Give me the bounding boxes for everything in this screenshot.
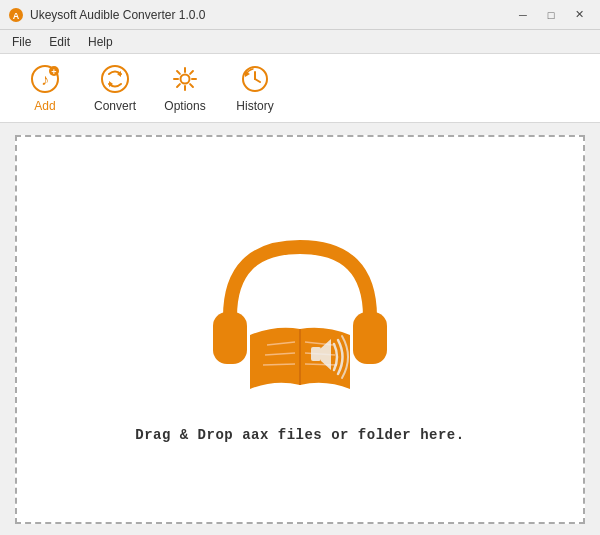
maximize-button[interactable]: □ — [538, 5, 564, 25]
svg-line-20 — [255, 79, 260, 82]
svg-line-27 — [263, 364, 295, 365]
menu-bar: File Edit Help — [0, 30, 600, 54]
svg-point-9 — [181, 75, 190, 84]
convert-button[interactable]: Convert — [80, 58, 150, 118]
history-icon — [239, 63, 271, 95]
svg-rect-22 — [213, 312, 247, 364]
svg-rect-31 — [311, 347, 321, 361]
options-label: Options — [164, 99, 205, 113]
title-bar: A Ukeysoft Audible Converter 1.0.0 ─ □ ✕ — [0, 0, 600, 30]
title-bar-controls: ─ □ ✕ — [510, 5, 592, 25]
drop-zone-text: Drag & Drop aax files or folder here. — [135, 427, 464, 443]
convert-icon — [99, 63, 131, 95]
svg-line-17 — [177, 84, 180, 87]
svg-line-30 — [305, 364, 337, 365]
minimize-button[interactable]: ─ — [510, 5, 536, 25]
svg-line-16 — [190, 71, 193, 74]
options-button[interactable]: Options — [150, 58, 220, 118]
svg-text:♪: ♪ — [41, 71, 49, 88]
svg-line-14 — [177, 71, 180, 74]
svg-rect-23 — [353, 312, 387, 364]
options-icon — [169, 63, 201, 95]
add-button[interactable]: ♪ + Add — [10, 58, 80, 118]
convert-label: Convert — [94, 99, 136, 113]
menu-file[interactable]: File — [4, 33, 39, 51]
svg-text:A: A — [13, 11, 20, 21]
history-label: History — [236, 99, 273, 113]
window-title: Ukeysoft Audible Converter 1.0.0 — [30, 8, 205, 22]
app-icon: A — [8, 7, 24, 23]
svg-text:+: + — [51, 67, 56, 77]
menu-edit[interactable]: Edit — [41, 33, 78, 51]
svg-line-15 — [190, 84, 193, 87]
menu-help[interactable]: Help — [80, 33, 121, 51]
drop-illustration — [195, 217, 405, 407]
add-label: Add — [34, 99, 55, 113]
title-bar-left: A Ukeysoft Audible Converter 1.0.0 — [8, 7, 205, 23]
svg-point-6 — [102, 66, 128, 92]
drop-zone[interactable]: Drag & Drop aax files or folder here. — [15, 135, 585, 524]
add-icon: ♪ + — [29, 63, 61, 95]
history-button[interactable]: History — [220, 58, 290, 118]
toolbar: ♪ + Add Convert — [0, 54, 600, 123]
close-button[interactable]: ✕ — [566, 5, 592, 25]
